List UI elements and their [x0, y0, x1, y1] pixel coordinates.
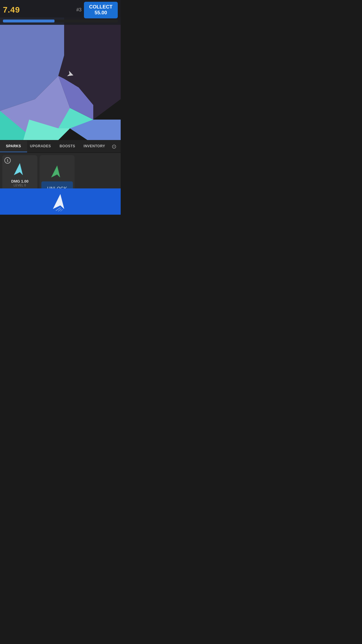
svg-marker-11: [53, 194, 64, 209]
locked-spark-icon-area: [48, 163, 66, 180]
tab-more-button[interactable]: ⊙: [108, 143, 121, 150]
progress-bar-fill: [3, 20, 55, 22]
svg-marker-8: [67, 71, 74, 78]
spark-icon-area: [11, 160, 29, 178]
score-value: 7.49: [3, 5, 20, 15]
spark-level: LEVEL 0: [14, 184, 26, 187]
tab-sparks[interactable]: SPARKS: [0, 141, 27, 152]
tab-upgrades[interactable]: UPGRADES: [27, 141, 54, 152]
collect-button[interactable]: COLLECT 55.00: [84, 2, 118, 18]
locked-spark-arrow-icon: [50, 164, 65, 179]
spark-number-badge: 1: [4, 157, 11, 164]
svg-line-14: [61, 209, 63, 211]
more-dots-icon: ⊙: [112, 143, 117, 150]
launch-arrow-icon: [50, 191, 71, 212]
spark-arrow-icon: [12, 162, 27, 177]
svg-marker-9: [14, 163, 23, 175]
rank-badge: #3: [76, 7, 82, 13]
progress-bar: [3, 20, 118, 22]
spark-name: DMG 1.00: [11, 179, 28, 183]
game-background: [0, 18, 121, 140]
game-area[interactable]: [0, 18, 121, 140]
tab-inventory[interactable]: INVENTORY: [81, 141, 108, 152]
tabs-bar: SPARKS UPGRADES BOOSTS INVENTORY ⊙: [0, 140, 121, 153]
svg-marker-10: [51, 166, 60, 177]
bottom-bar[interactable]: [0, 188, 121, 215]
top-hud: 7.49 #3 COLLECT 55.00: [0, 0, 121, 25]
tab-boosts[interactable]: BOOSTS: [54, 141, 81, 152]
